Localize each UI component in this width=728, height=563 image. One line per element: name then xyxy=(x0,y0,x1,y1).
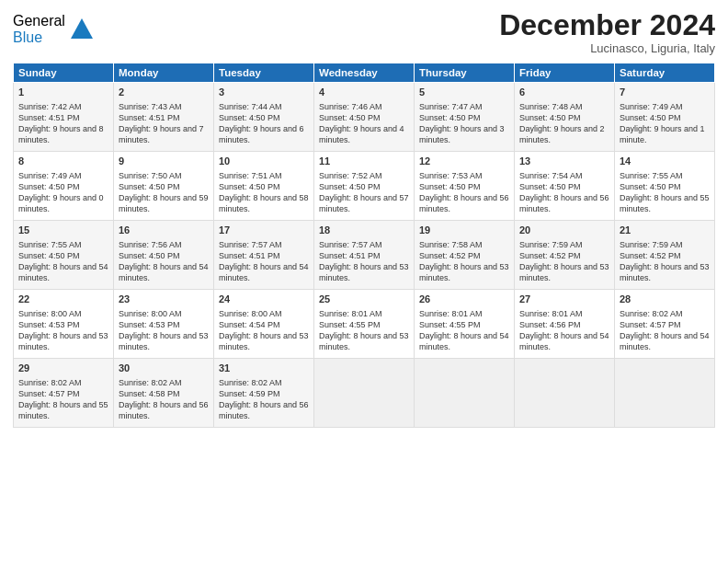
daylight-label: Daylight: 9 hours and 4 minutes. xyxy=(319,124,404,144)
sunrise-label: Sunrise: 8:02 AM xyxy=(620,309,683,318)
sunset-label: Sunset: 4:50 PM xyxy=(18,182,80,191)
daylight-label: Daylight: 8 hours and 59 minutes. xyxy=(119,193,209,213)
day-number: 4 xyxy=(319,86,409,99)
sunset-label: Sunset: 4:50 PM xyxy=(519,113,581,122)
table-row: 12Sunrise: 7:53 AMSunset: 4:50 PMDayligh… xyxy=(415,152,515,221)
sunset-label: Sunset: 4:55 PM xyxy=(419,320,481,329)
sunrise-label: Sunrise: 8:02 AM xyxy=(219,378,282,387)
daylight-label: Daylight: 8 hours and 54 minutes. xyxy=(519,331,609,351)
table-row xyxy=(515,359,615,428)
table-row: 20Sunrise: 7:59 AMSunset: 4:52 PMDayligh… xyxy=(515,221,615,290)
sunset-label: Sunset: 4:55 PM xyxy=(319,320,381,329)
daylight-label: Daylight: 9 hours and 8 minutes. xyxy=(18,124,104,144)
sunset-label: Sunset: 4:51 PM xyxy=(219,251,280,260)
table-row: 24Sunrise: 8:00 AMSunset: 4:54 PMDayligh… xyxy=(214,290,314,359)
day-number: 16 xyxy=(119,224,209,237)
sunset-label: Sunset: 4:57 PM xyxy=(18,389,80,398)
sunset-label: Sunset: 4:51 PM xyxy=(18,113,80,122)
sunrise-label: Sunrise: 7:53 AM xyxy=(419,171,483,180)
table-row: 22Sunrise: 8:00 AMSunset: 4:53 PMDayligh… xyxy=(14,290,114,359)
sunset-label: Sunset: 4:56 PM xyxy=(519,320,581,329)
table-row: 31Sunrise: 8:02 AMSunset: 4:59 PMDayligh… xyxy=(214,359,314,428)
table-row: 16Sunrise: 7:56 AMSunset: 4:50 PMDayligh… xyxy=(114,221,214,290)
table-row: 2Sunrise: 7:43 AMSunset: 4:51 PMDaylight… xyxy=(114,83,214,152)
day-number: 24 xyxy=(219,293,309,306)
daylight-label: Daylight: 8 hours and 56 minutes. xyxy=(219,400,309,420)
calendar-row-3: 15Sunrise: 7:55 AMSunset: 4:50 PMDayligh… xyxy=(14,221,715,290)
table-row: 13Sunrise: 7:54 AMSunset: 4:50 PMDayligh… xyxy=(515,152,615,221)
sunset-label: Sunset: 4:57 PM xyxy=(620,320,681,329)
day-number: 29 xyxy=(18,362,108,375)
page: General Blue December 2024 Lucinasco, Li… xyxy=(0,0,728,563)
daylight-label: Daylight: 9 hours and 1 minute. xyxy=(620,124,705,144)
sunset-label: Sunset: 4:51 PM xyxy=(319,251,381,260)
table-row: 4Sunrise: 7:46 AMSunset: 4:50 PMDaylight… xyxy=(314,83,415,152)
day-number: 2 xyxy=(119,86,209,99)
sunrise-label: Sunrise: 7:59 AM xyxy=(620,240,683,249)
sunset-label: Sunset: 4:50 PM xyxy=(119,251,180,260)
col-saturday: Saturday xyxy=(615,63,715,83)
day-number: 20 xyxy=(519,224,609,237)
table-row xyxy=(314,359,415,428)
sunrise-label: Sunrise: 7:50 AM xyxy=(119,171,182,180)
day-number: 5 xyxy=(419,86,509,99)
day-number: 22 xyxy=(18,293,108,306)
daylight-label: Daylight: 9 hours and 2 minutes. xyxy=(519,124,605,144)
sunrise-label: Sunrise: 7:52 AM xyxy=(319,171,382,180)
col-tuesday: Tuesday xyxy=(214,63,314,83)
day-number: 17 xyxy=(219,224,309,237)
daylight-label: Daylight: 8 hours and 55 minutes. xyxy=(18,400,108,420)
day-number: 30 xyxy=(119,362,209,375)
sunrise-label: Sunrise: 7:44 AM xyxy=(219,102,282,111)
table-row: 30Sunrise: 8:02 AMSunset: 4:58 PMDayligh… xyxy=(114,359,214,428)
table-row: 15Sunrise: 7:55 AMSunset: 4:50 PMDayligh… xyxy=(14,221,114,290)
sunrise-label: Sunrise: 7:54 AM xyxy=(519,171,583,180)
logo-general: General xyxy=(13,13,65,29)
daylight-label: Daylight: 8 hours and 53 minutes. xyxy=(620,262,710,282)
sunset-label: Sunset: 4:50 PM xyxy=(319,182,381,191)
table-row xyxy=(615,359,715,428)
daylight-label: Daylight: 8 hours and 53 minutes. xyxy=(18,331,108,351)
logo: General Blue xyxy=(13,13,95,45)
sunrise-label: Sunrise: 7:51 AM xyxy=(219,171,282,180)
daylight-label: Daylight: 8 hours and 53 minutes. xyxy=(419,262,509,282)
daylight-label: Daylight: 8 hours and 53 minutes. xyxy=(119,331,209,351)
table-row: 23Sunrise: 8:00 AMSunset: 4:53 PMDayligh… xyxy=(114,290,214,359)
daylight-label: Daylight: 9 hours and 6 minutes. xyxy=(219,124,304,144)
table-row: 28Sunrise: 8:02 AMSunset: 4:57 PMDayligh… xyxy=(615,290,715,359)
sunrise-label: Sunrise: 7:59 AM xyxy=(519,240,583,249)
month-title: December 2024 xyxy=(499,9,715,41)
sunset-label: Sunset: 4:50 PM xyxy=(620,182,681,191)
calendar-row-5: 29Sunrise: 8:02 AMSunset: 4:57 PMDayligh… xyxy=(14,359,715,428)
day-number: 14 xyxy=(620,155,710,168)
sunrise-label: Sunrise: 8:01 AM xyxy=(319,309,382,318)
table-row: 18Sunrise: 7:57 AMSunset: 4:51 PMDayligh… xyxy=(314,221,415,290)
calendar-row-2: 8Sunrise: 7:49 AMSunset: 4:50 PMDaylight… xyxy=(14,152,715,221)
daylight-label: Daylight: 8 hours and 57 minutes. xyxy=(319,193,409,213)
header: General Blue December 2024 Lucinasco, Li… xyxy=(13,9,715,55)
day-number: 31 xyxy=(219,362,309,375)
table-row xyxy=(415,359,515,428)
sunrise-label: Sunrise: 8:02 AM xyxy=(18,378,82,387)
col-monday: Monday xyxy=(114,63,214,83)
sunrise-label: Sunrise: 8:01 AM xyxy=(519,309,583,318)
day-number: 27 xyxy=(519,293,609,306)
sunset-label: Sunset: 4:50 PM xyxy=(419,182,481,191)
col-friday: Friday xyxy=(515,63,615,83)
svg-marker-0 xyxy=(71,18,93,39)
col-sunday: Sunday xyxy=(14,63,114,83)
sunset-label: Sunset: 4:50 PM xyxy=(319,113,381,122)
sunrise-label: Sunrise: 7:46 AM xyxy=(319,102,382,111)
sunrise-label: Sunrise: 7:47 AM xyxy=(419,102,483,111)
table-row: 9Sunrise: 7:50 AMSunset: 4:50 PMDaylight… xyxy=(114,152,214,221)
day-number: 7 xyxy=(620,86,710,99)
sunrise-label: Sunrise: 8:01 AM xyxy=(419,309,483,318)
day-number: 13 xyxy=(519,155,609,168)
table-row: 29Sunrise: 8:02 AMSunset: 4:57 PMDayligh… xyxy=(14,359,114,428)
table-row: 19Sunrise: 7:58 AMSunset: 4:52 PMDayligh… xyxy=(415,221,515,290)
sunrise-label: Sunrise: 7:55 AM xyxy=(18,240,82,249)
day-number: 28 xyxy=(620,293,710,306)
sunset-label: Sunset: 4:50 PM xyxy=(519,182,581,191)
day-number: 23 xyxy=(119,293,209,306)
daylight-label: Daylight: 9 hours and 3 minutes. xyxy=(419,124,505,144)
